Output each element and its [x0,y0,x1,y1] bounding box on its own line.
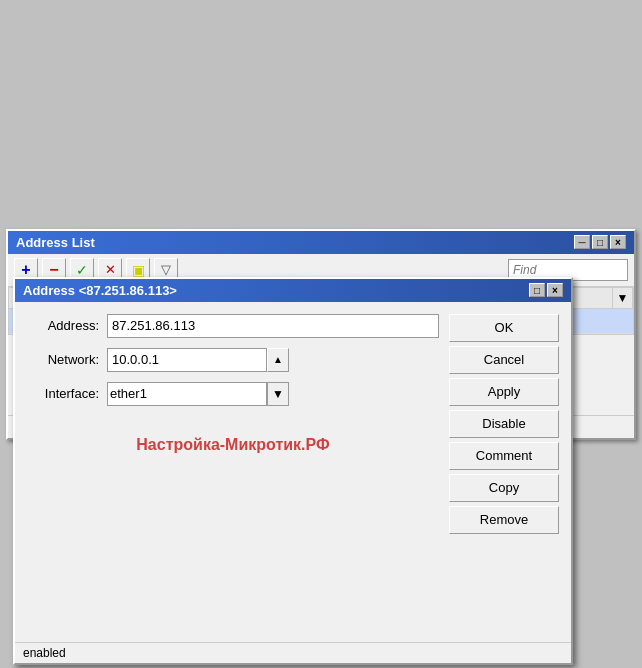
main-title-buttons: ─ □ × [574,235,626,249]
network-input[interactable] [107,348,267,372]
apply-button[interactable]: Apply [449,378,559,406]
copy-button[interactable]: Copy [449,474,559,502]
dialog-content: Address: Network: ▲ Interface: [15,302,571,642]
dialog-close-button[interactable]: × [547,283,563,297]
dialog-maximize-button[interactable]: □ [529,283,545,297]
network-label: Network: [27,352,107,367]
main-minimize-button[interactable]: ─ [574,235,590,249]
interface-label: Interface: [27,386,107,401]
dialog-buttons: OK Cancel Apply Disable Comment Copy Rem… [449,314,559,630]
disable-button[interactable]: Disable [449,410,559,438]
interface-row: Interface: ▼ [27,382,439,406]
dialog-status-left: enabled [23,646,289,660]
interface-dropdown-button[interactable]: ▼ [267,382,289,406]
address-row: Address: [27,314,439,338]
address-label: Address: [27,318,107,333]
dialog-title-bar: Address <87.251.86.113> □ × [15,279,571,302]
main-close-button[interactable]: × [610,235,626,249]
main-maximize-button[interactable]: □ [592,235,608,249]
dialog-title-text: Address <87.251.86.113> [23,283,177,298]
dialog-title-buttons: □ × [529,283,563,297]
main-content: Address / Network Interface ▼ → 87.251.8… [8,287,634,415]
main-window: Address List ─ □ × + − ✓ ✕ ▣ ▽ Address / [6,229,636,440]
dialog-form: Address: Network: ▲ Interface: [27,314,439,630]
main-title-bar: Address List ─ □ × [8,231,634,254]
network-up-button[interactable]: ▲ [267,348,289,372]
dialog-status-right [297,646,563,660]
main-window-title: Address List [16,235,95,250]
th-dropdown[interactable]: ▼ [613,288,633,308]
address-input[interactable] [107,314,439,338]
interface-input-group: ▼ [107,382,289,406]
dialog-status-bar: enabled [15,642,571,663]
address-dialog: Address <87.251.86.113> □ × Address: [13,277,573,665]
remove-button[interactable]: Remove [449,506,559,534]
comment-button[interactable]: Comment [449,442,559,470]
ok-button[interactable]: OK [449,314,559,342]
cancel-button[interactable]: Cancel [449,346,559,374]
interface-input[interactable] [107,382,267,406]
watermark-text: Настройка-Микротик.РФ [27,416,439,464]
network-input-group: ▲ [107,348,289,372]
network-row: Network: ▲ [27,348,439,372]
